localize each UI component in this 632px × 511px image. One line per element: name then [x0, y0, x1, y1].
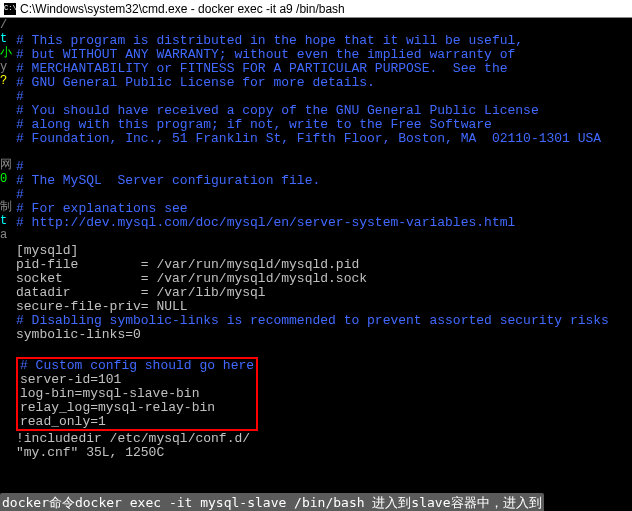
license-line: # [16, 159, 24, 174]
gutter-mark [0, 116, 12, 130]
gutter-mark: ? [0, 74, 12, 88]
gutter-mark: / [0, 18, 12, 32]
gutter-mark [0, 102, 12, 116]
blank-line [16, 229, 24, 244]
license-line: # [16, 89, 24, 104]
license-line: # The MySQL Server configuration file. [16, 173, 320, 188]
license-line: # MERCHANTABILITY or FITNESS FOR A PARTI… [16, 61, 507, 76]
left-gutter: /t小y? 网0 制ta [0, 18, 12, 511]
gutter-mark [0, 88, 12, 102]
config-line: relay_log=mysql-relay-bin [20, 400, 215, 415]
mysqld-header: [mysqld] [16, 243, 78, 258]
license-line: # http://dev.mysql.com/doc/mysql/en/serv… [16, 215, 515, 230]
gutter-mark: 网 [0, 158, 12, 172]
config-line: read_only=1 [20, 414, 106, 429]
license-line: # [16, 187, 24, 202]
config-line: server-id=101 [20, 372, 121, 387]
gutter-mark: 制 [0, 200, 12, 214]
gutter-mark [0, 144, 12, 158]
gutter-mark [0, 186, 12, 200]
gutter-mark: 小 [0, 46, 12, 60]
gutter-mark: a [0, 228, 12, 242]
highlight-box: # Custom config should go here server-id… [16, 357, 258, 431]
license-line: # This program is distributed in the hop… [16, 33, 523, 48]
config-comment: # Disabling symbolic-links is recommende… [16, 313, 609, 328]
license-line: # Foundation, Inc., 51 Franklin St, Fift… [16, 131, 601, 146]
gutter-mark: 0 [0, 172, 12, 186]
window-title-bar: C:\Windows\system32\cmd.exe - docker exe… [0, 0, 632, 18]
config-line: secure-file-priv= NULL [16, 299, 188, 314]
terminal-content[interactable]: # This program is distributed in the hop… [12, 18, 632, 511]
config-line: !includedir /etc/mysql/conf.d/ [16, 431, 250, 446]
license-line: # along with this program; if not, write… [16, 117, 492, 132]
license-line: # GNU General Public License for more de… [16, 75, 375, 90]
config-line: log-bin=mysql-slave-bin [20, 386, 199, 401]
gutter-mark: t [0, 32, 12, 46]
config-line: symbolic-links=0 [16, 327, 141, 342]
config-comment: # Custom config should go here [20, 358, 254, 373]
blank-line [16, 341, 24, 356]
annotation-line: docker命令docker exec -it mysql-slave /bin… [0, 493, 632, 511]
config-line: pid-file = /var/run/mysqld/mysqld.pid [16, 257, 359, 272]
vi-status-line: "my.cnf" 35L, 1250C [16, 445, 164, 460]
config-line: socket = /var/run/mysqld/mysqld.sock [16, 271, 367, 286]
license-line: # but WITHOUT ANY WARRANTY; without even… [16, 47, 515, 62]
license-line: # You should have received a copy of the… [16, 103, 539, 118]
annotation-text: docker命令docker exec -it mysql-slave /bin… [0, 493, 544, 511]
license-line: # For explanations see [16, 201, 188, 216]
gutter-mark: y [0, 60, 12, 74]
gutter-mark: t [0, 214, 12, 228]
config-line: datadir = /var/lib/mysql [16, 285, 266, 300]
window-title: C:\Windows\system32\cmd.exe - docker exe… [20, 2, 345, 16]
cmd-icon [4, 3, 16, 15]
gutter-mark [0, 130, 12, 144]
